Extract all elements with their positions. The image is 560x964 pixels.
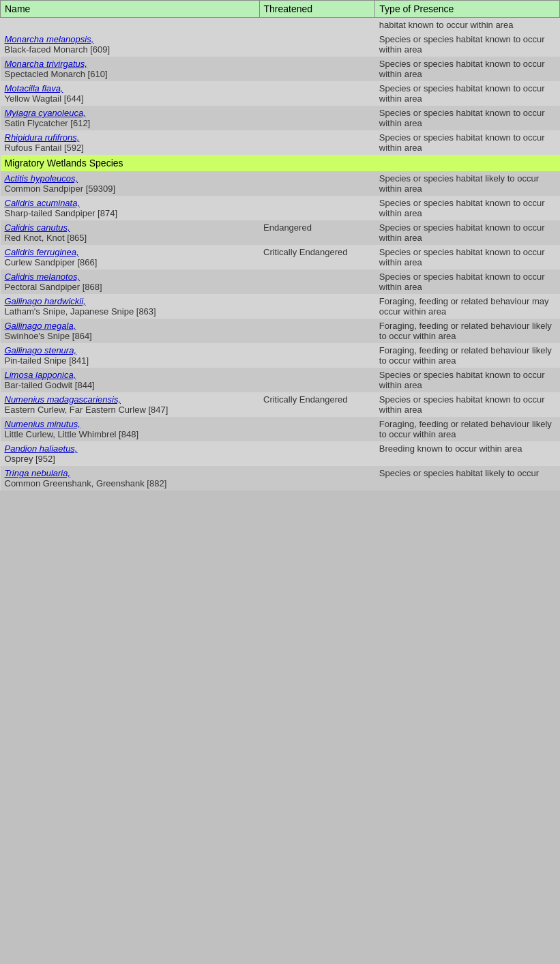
presence-cell: Species or species habitat known to occu…	[375, 269, 560, 294]
species-link[interactable]: Monarcha melanopsis,	[5, 34, 94, 44]
species-name-cell: Motacilla flava, Yellow Wagtail [644]	[1, 81, 260, 106]
species-link[interactable]: Pandion haliaetus,	[5, 443, 78, 454]
species-link[interactable]: Limosa lapponica,	[5, 370, 76, 380]
species-common-name: Eastern Curlew, Far Eastern Curlew [847]	[5, 405, 256, 415]
threatened-cell	[259, 294, 375, 319]
species-name-cell: Tringa nebularia, Common Greenshank, Gre…	[1, 466, 260, 491]
presence-value: Foraging, feeding or related behaviour m…	[379, 296, 549, 317]
section-header-label: Migratory Wetlands Species	[1, 155, 560, 171]
threatened-cell	[259, 343, 375, 368]
table-row: Monarcha trivirgatus, Spectacled Monarch…	[1, 57, 560, 81]
species-common-name: Red Knot, Knot [865]	[5, 233, 256, 243]
presence-cell: Species or species habitat likely to occ…	[375, 466, 560, 491]
presence-cell: Species or species habitat known to occu…	[375, 130, 560, 155]
presence-value: Breeding known to occur within area	[379, 443, 522, 454]
species-common-name: Little Curlew, Little Whimbrel [848]	[5, 429, 256, 439]
species-name-cell: Calidris acuminata, Sharp-tailed Sandpip…	[1, 196, 260, 220]
threatened-value: Critically Endangered	[263, 247, 348, 257]
table-row: Limosa lapponica, Bar-tailed Godwit [844…	[1, 368, 560, 392]
presence-cell: Species or species habitat known to occu…	[375, 32, 560, 57]
presence-cell: habitat known to occur within area	[375, 18, 560, 33]
species-common-name: Latham's Snipe, Japanese Snipe [863]	[5, 306, 256, 317]
presence-cell: Species or species habitat likely to occ…	[375, 171, 560, 196]
species-name-cell: Gallinago megala, Swinhoe's Snipe [864]	[1, 319, 260, 343]
presence-cell: Species or species habitat known to occu…	[375, 196, 560, 220]
species-common-name: Swinhoe's Snipe [864]	[5, 331, 256, 341]
threatened-cell	[259, 81, 375, 106]
species-name-cell: Numenius minutus, Little Curlew, Little …	[1, 417, 260, 441]
species-common-name: Common Sandpiper [59309]	[5, 184, 256, 194]
species-common-name: Sharp-tailed Sandpiper [874]	[5, 208, 256, 218]
presence-cell: Species or species habitat known to occu…	[375, 57, 560, 81]
presence-cell: Species or species habitat known to occu…	[375, 81, 560, 106]
table-row: Calidris melanotos, Pectoral Sandpiper […	[1, 269, 560, 294]
threatened-cell	[259, 57, 375, 81]
threatened-cell	[259, 368, 375, 392]
presence-cell: Breeding known to occur within area	[375, 441, 560, 466]
species-name-cell: Monarcha trivirgatus, Spectacled Monarch…	[1, 57, 260, 81]
species-link[interactable]: Numenius minutus,	[5, 419, 80, 429]
presence-cell: Foraging, feeding or related behaviour l…	[375, 343, 560, 368]
species-name-cell: Numenius madagascariensis, Eastern Curle…	[1, 392, 260, 417]
table-row: Numenius minutus, Little Curlew, Little …	[1, 417, 560, 441]
table-row: Gallinago hardwickii, Latham's Snipe, Ja…	[1, 294, 560, 319]
species-name-cell: Rhipidura rufifrons, Rufous Fantail [592…	[1, 130, 260, 155]
threatened-cell	[259, 417, 375, 441]
presence-cell: Species or species habitat known to occu…	[375, 368, 560, 392]
species-link[interactable]: Gallinago stenura,	[5, 345, 77, 355]
presence-cell: Foraging, feeding or related behaviour l…	[375, 417, 560, 441]
presence-value: Species or species habitat likely to occ…	[379, 468, 539, 478]
threatened-cell	[259, 196, 375, 220]
table-row: Calidris canutus, Red Knot, Knot [865] E…	[1, 220, 560, 245]
species-link[interactable]: Tringa nebularia,	[5, 468, 71, 478]
species-name-cell	[1, 18, 260, 33]
species-link[interactable]: Numenius madagascariensis,	[5, 394, 121, 405]
table-row: Calidris acuminata, Sharp-tailed Sandpip…	[1, 196, 560, 220]
species-link[interactable]: Calidris ferruginea,	[5, 247, 79, 257]
species-name-cell: Pandion haliaetus, Osprey [952]	[1, 441, 260, 466]
presence-value: Foraging, feeding or related behaviour l…	[379, 345, 552, 366]
species-name-cell: Actitis hypoleucos, Common Sandpiper [59…	[1, 171, 260, 196]
threatened-value: Critically Endangered	[263, 394, 348, 405]
species-name-cell: Calidris canutus, Red Knot, Knot [865]	[1, 220, 260, 245]
table-row: Actitis hypoleucos, Common Sandpiper [59…	[1, 171, 560, 196]
species-link[interactable]: Monarcha trivirgatus,	[5, 59, 87, 69]
species-link[interactable]: Rhipidura rufifrons,	[5, 132, 80, 143]
species-name-cell: Gallinago hardwickii, Latham's Snipe, Ja…	[1, 294, 260, 319]
species-link[interactable]: Gallinago hardwickii,	[5, 296, 86, 306]
species-common-name: Pectoral Sandpiper [868]	[5, 282, 256, 292]
header-name: Name	[1, 1, 260, 18]
species-name-cell: Limosa lapponica, Bar-tailed Godwit [844…	[1, 368, 260, 392]
header-presence: Type of Presence	[375, 1, 560, 18]
species-link[interactable]: Gallinago megala,	[5, 321, 76, 331]
species-name-cell: Calidris melanotos, Pectoral Sandpiper […	[1, 269, 260, 294]
species-name-cell: Gallinago stenura, Pin-tailed Snipe [841…	[1, 343, 260, 368]
table-row: Gallinago megala, Swinhoe's Snipe [864] …	[1, 319, 560, 343]
presence-value: Species or species habitat known to occu…	[379, 132, 545, 153]
presence-value: Species or species habitat known to occu…	[379, 370, 545, 390]
threatened-cell	[259, 32, 375, 57]
species-name-cell: Monarcha melanopsis, Black-faced Monarch…	[1, 32, 260, 57]
species-table: Name Threatened Type of Presence habitat…	[0, 0, 560, 491]
species-link[interactable]: Motacilla flava,	[5, 83, 63, 93]
species-common-name: Spectacled Monarch [610]	[5, 69, 256, 79]
presence-value: Species or species habitat known to occu…	[379, 34, 545, 55]
presence-cell: Species or species habitat known to occu…	[375, 392, 560, 417]
threatened-cell: Endangered	[259, 220, 375, 245]
presence-value: Species or species habitat known to occu…	[379, 272, 545, 292]
presence-value: Species or species habitat known to occu…	[379, 247, 545, 267]
species-link[interactable]: Calidris canutus,	[5, 222, 70, 233]
table-row: habitat known to occur within area	[1, 18, 560, 33]
presence-value: Species or species habitat known to occu…	[379, 108, 545, 128]
table-row: Tringa nebularia, Common Greenshank, Gre…	[1, 466, 560, 491]
table-row: Gallinago stenura, Pin-tailed Snipe [841…	[1, 343, 560, 368]
threatened-cell	[259, 130, 375, 155]
species-common-name: Yellow Wagtail [644]	[5, 93, 256, 104]
species-link[interactable]: Actitis hypoleucos,	[5, 173, 78, 184]
presence-cell: Species or species habitat known to occu…	[375, 245, 560, 269]
threatened-cell	[259, 319, 375, 343]
table-row: Motacilla flava, Yellow Wagtail [644] Sp…	[1, 81, 560, 106]
species-link[interactable]: Myiagra cyanoleuca,	[5, 108, 86, 118]
species-link[interactable]: Calidris melanotos,	[5, 272, 80, 282]
species-link[interactable]: Calidris acuminata,	[5, 198, 80, 208]
